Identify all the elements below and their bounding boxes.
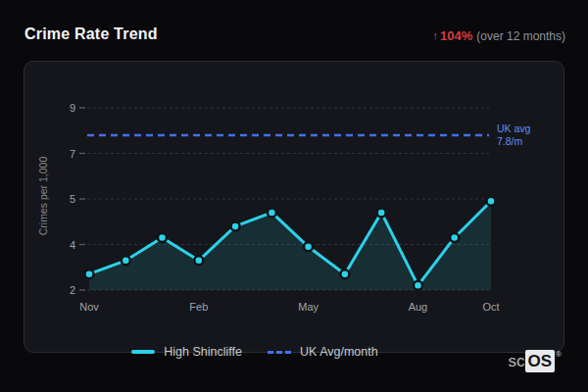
- y-tick-label: 4: [70, 239, 75, 251]
- x-tick-label: Aug: [409, 301, 428, 313]
- data-point[interactable]: [304, 242, 313, 251]
- stat-value: 104%: [440, 28, 472, 43]
- chart-legend: High ShincliffeUK Avg/month: [0, 345, 510, 359]
- data-point[interactable]: [487, 197, 496, 206]
- logo-box: OS: [525, 350, 556, 372]
- stat-suffix: (over 12 months): [476, 29, 565, 43]
- data-point[interactable]: [85, 270, 94, 278]
- registered-mark: ®: [556, 350, 562, 360]
- solid-line-swatch-icon: [131, 350, 155, 354]
- data-point[interactable]: [340, 270, 349, 278]
- data-point[interactable]: [450, 233, 459, 242]
- uk-avg-annotation-line2: 7.8/m: [497, 135, 523, 147]
- logo-prefix: sc: [509, 350, 525, 373]
- x-tick-label: May: [298, 301, 318, 313]
- chart-card: 24579NovFebMayAugOctUK avg7.8/m: [24, 61, 564, 353]
- x-tick-label: Oct: [482, 301, 499, 313]
- data-point[interactable]: [268, 208, 276, 217]
- legend-label: UK Avg/month: [300, 345, 378, 359]
- up-arrow-icon: ↑: [432, 29, 438, 43]
- scos-logo: sc OS ®: [509, 350, 562, 373]
- data-point[interactable]: [158, 233, 167, 242]
- data-point[interactable]: [231, 221, 240, 230]
- y-tick-label: 5: [70, 193, 75, 205]
- data-point[interactable]: [414, 281, 422, 290]
- data-point[interactable]: [194, 256, 203, 265]
- data-point[interactable]: [122, 256, 130, 265]
- page-title: Crime Rate Trend: [24, 25, 158, 43]
- y-axis-title: Crimes per 1,000: [37, 132, 51, 260]
- y-tick-label: 7: [70, 148, 75, 160]
- legend-label: High Shincliffe: [164, 345, 242, 359]
- legend-item-high-shincliffe[interactable]: High Shincliffe: [131, 345, 242, 359]
- legend-item-uk-avg-month[interactable]: UK Avg/month: [268, 345, 378, 359]
- y-tick-label: 2: [70, 284, 75, 296]
- crime-trend-chart: 24579NovFebMayAugOctUK avg7.8/m: [24, 62, 565, 354]
- x-tick-label: Nov: [79, 301, 99, 313]
- page: Crime Rate Trend ↑104%(over 12 months) 2…: [0, 0, 588, 392]
- dashed-line-swatch-icon: [268, 351, 291, 354]
- data-point[interactable]: [377, 208, 386, 217]
- y-tick-label: 9: [70, 102, 75, 114]
- stat-badge: ↑104%(over 12 months): [432, 28, 565, 43]
- uk-avg-annotation-line1: UK avg: [497, 122, 531, 134]
- x-tick-label: Feb: [189, 301, 208, 313]
